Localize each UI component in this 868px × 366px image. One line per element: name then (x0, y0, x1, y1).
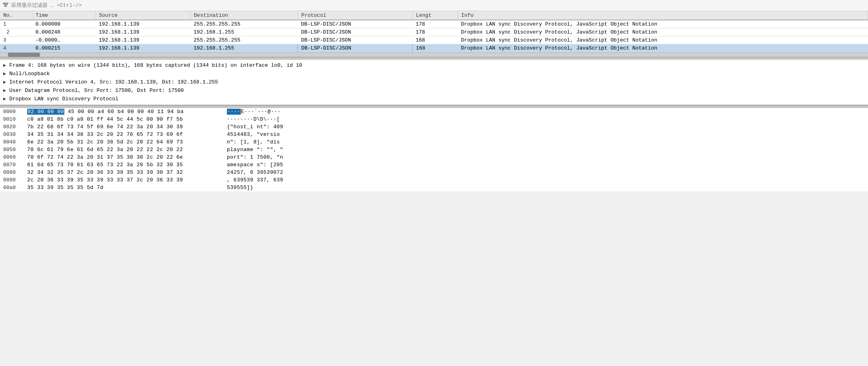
hex-offset: 0030 (3, 131, 24, 137)
detail-text: Null/Loopback (9, 71, 50, 77)
cell-5: 178 (413, 28, 458, 36)
cell-3: 192.168.1.255 (191, 28, 298, 36)
filter-icon (2, 2, 9, 10)
col-length: Lengt (413, 11, 458, 20)
detail-text: User Datagram Protocol, Src Port: 17500,… (9, 88, 184, 93)
hex-ascii: playname ": "", " (227, 147, 283, 153)
col-time: Time (32, 11, 96, 20)
hex-bytes: 2c 20 36 33 39 35 33 39 33 33 37 2c 20 3… (27, 177, 219, 183)
hex-offset: 0040 (3, 139, 24, 145)
hex-ascii-highlight: ···· (227, 109, 241, 115)
cell-3: 255.255.255.255 (191, 20, 298, 28)
expand-arrow-icon: ▶ (3, 88, 6, 93)
detail-text: Internet Protocol Version 4, Src: 192.16… (9, 79, 218, 85)
cell-4: DB-LSP-DISC/JSON (298, 28, 413, 36)
hex-bytes: 02 00 00 00 45 00 00 a4 60 b4 00 00 40 1… (27, 109, 219, 115)
hex-offset: 0070 (3, 162, 24, 168)
cell-6: Dropbox LAN sync Discovery Protocol, Jav… (458, 20, 868, 28)
col-source: Source (95, 11, 190, 20)
hex-offset: 0060 (3, 154, 24, 160)
hex-row: 00a035 33 39 35 35 35 5d 7d539555]} (0, 184, 868, 191)
hex-row: 000002 00 00 00 45 00 00 a4 60 b4 00 00 … (0, 108, 868, 115)
hex-bytes: 61 6d 65 73 70 61 63 65 73 22 3a 20 5b 3… (27, 162, 219, 168)
detail-text: Dropbox LAN sync Discovery Protocol (9, 96, 118, 102)
hex-bytes: 6e 22 3a 20 5b 31 2c 20 38 5d 2c 20 22 6… (27, 139, 219, 145)
col-info: Info (458, 11, 868, 20)
hex-bytes: 70 6f 72 74 22 3a 20 31 37 35 30 30 2c 2… (27, 154, 219, 160)
detail-row[interactable]: ▶Internet Protocol Version 4, Src: 192.1… (0, 78, 868, 86)
filter-bar[interactable] (0, 0, 868, 11)
cell-2: 192.168.1.139 (95, 44, 190, 52)
cell-0: 4 (0, 44, 32, 52)
svg-rect-0 (3, 3, 8, 4)
cell-5: 168 (413, 44, 458, 52)
detail-text: Frame 4: 168 bytes on wire (1344 bits), … (9, 62, 302, 68)
col-no: No. (0, 11, 32, 20)
cell-3: 192.168.1.255 (191, 44, 298, 52)
cell-4: DB-LSP-DISC/JSON (298, 36, 413, 44)
hex-dump-pane: 000002 00 00 00 45 00 00 a4 60 b4 00 00 … (0, 108, 868, 191)
cell-6: Dropbox LAN sync Discovery Protocol, Jav… (458, 36, 868, 44)
cell-5: 178 (413, 20, 458, 28)
expand-arrow-icon: ▶ (3, 62, 6, 68)
cell-6: Dropbox LAN sync Discovery Protocol, Jav… (458, 28, 868, 36)
hex-row: 003034 35 31 34 34 38 33 2c 20 22 76 65 … (0, 131, 868, 138)
cell-1: 0.000248 (32, 28, 96, 36)
table-row[interactable]: 10.000000192.168.1.139255.255.255.255DB-… (0, 20, 868, 28)
packet-detail-pane: ▶Frame 4: 168 bytes on wire (1344 bits),… (0, 60, 868, 105)
hex-ascii: ····E···`···@··· (227, 109, 281, 115)
detail-row[interactable]: ▶User Datagram Protocol, Src Port: 17500… (0, 86, 868, 95)
packet-list: No. Time Source Destination Protocol Len… (0, 11, 868, 52)
cell-4: DB-LSP-DISC/JSON (298, 20, 413, 28)
col-protocol: Protocol (298, 11, 413, 20)
horizontal-scrollbar[interactable] (0, 52, 868, 57)
expand-arrow-icon: ▶ (3, 71, 6, 77)
hex-ascii: port": 1 7500, "n (227, 154, 283, 160)
expand-arrow-icon: ▶ (3, 79, 6, 85)
hex-row: 005070 6c 61 79 6e 61 6d 65 22 3a 20 22 … (0, 146, 868, 153)
cell-2: 192.168.1.139 (95, 20, 190, 28)
detail-row[interactable]: ▶Null/Loopback (0, 70, 868, 78)
hex-ascii: 539555]} (227, 185, 253, 191)
svg-rect-2 (4, 6, 7, 7)
hex-bytes: 35 33 39 35 35 35 5d 7d (27, 185, 219, 191)
cell-4: DB-LSP-DISC/JSON (298, 44, 413, 52)
detail-row[interactable]: ▶Frame 4: 168 bytes on wire (1344 bits),… (0, 61, 868, 70)
cell-2: 192.168.1.139 (95, 28, 190, 36)
hex-offset: 0010 (3, 116, 24, 122)
table-row[interactable]: 40.000215192.168.1.139192.168.1.255DB-LS… (0, 44, 868, 52)
cell-1: -0.0000… (32, 36, 96, 44)
hex-ascii: ········D\D\···[ (227, 116, 280, 122)
cell-0: 3 (0, 36, 32, 44)
expand-arrow-icon: ▶ (3, 96, 6, 102)
hex-row: 00406e 22 3a 20 5b 31 2c 20 38 5d 2c 20 … (0, 138, 868, 146)
hex-ascii: n": [1, 8], "dis (227, 139, 280, 145)
hex-offset: 0000 (3, 109, 24, 115)
detail-row[interactable]: ▶Dropbox LAN sync Discovery Protocol (0, 95, 868, 103)
filter-input[interactable] (11, 2, 866, 8)
hex-offset: 0020 (3, 124, 24, 130)
table-row[interactable]: 3-0.0000…192.168.1.139255.255.255.255DB-… (0, 36, 868, 44)
packet-list-header: No. Time Source Destination Protocol Len… (0, 11, 868, 20)
hex-bytes: 32 34 32 35 37 2c 20 36 33 39 35 33 39 3… (27, 169, 219, 175)
cell-2: 192.168.1.139 (95, 36, 190, 44)
cell-0: 1 (0, 20, 32, 28)
hex-ascii: 24257, 6 39539072 (227, 169, 283, 175)
hex-offset: 0090 (3, 177, 24, 183)
cell-6: Dropbox LAN sync Discovery Protocol, Jav… (458, 44, 868, 52)
svg-rect-1 (4, 4, 8, 5)
hex-highlight: 02 00 00 00 (27, 109, 64, 115)
hex-bytes: 34 35 31 34 34 38 33 2c 20 22 76 65 72 7… (27, 131, 219, 137)
scroll-thumb[interactable] (8, 53, 40, 57)
hex-offset: 0050 (3, 147, 24, 153)
hex-bytes: 7b 22 68 6f 73 74 5f 69 6e 74 22 3a 20 3… (27, 124, 219, 130)
table-row[interactable]: 20.000248192.168.1.139192.168.1.255DB-LS… (0, 28, 868, 36)
hex-ascii: amespace s": [205 (227, 162, 283, 168)
hex-ascii: {"host_i nt": 409 (227, 124, 283, 130)
hex-row: 007061 6d 65 73 70 61 63 65 73 22 3a 20 … (0, 161, 868, 169)
hex-row: 00902c 20 36 33 39 35 33 39 33 33 37 2c … (0, 176, 868, 184)
col-destination: Destination (191, 11, 298, 20)
hex-ascii: 4514483, "versio (227, 131, 280, 137)
hex-ascii: , 639539 337, 639 (227, 177, 283, 183)
cell-0: 2 (0, 28, 32, 36)
